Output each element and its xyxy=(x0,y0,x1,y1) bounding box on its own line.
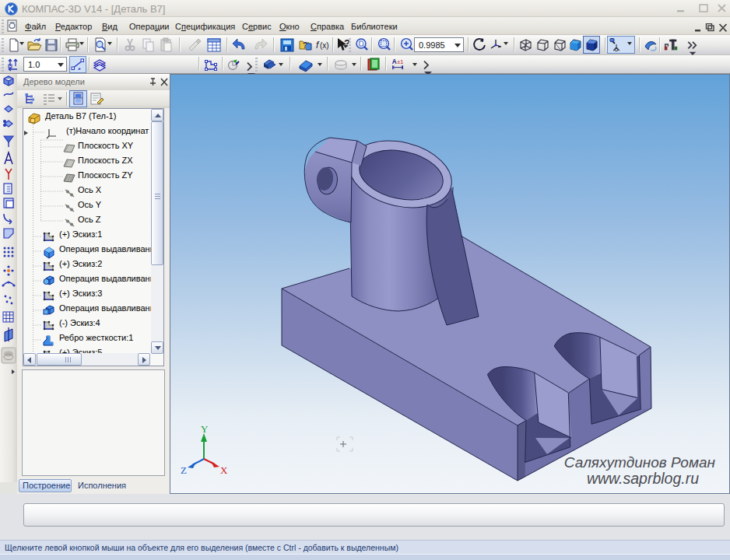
svg-text:(x): (x) xyxy=(320,41,329,50)
svg-text:www.saprblog.ru: www.saprblog.ru xyxy=(587,470,699,487)
svg-text:A: A xyxy=(392,58,397,65)
svg-text:X: X xyxy=(220,464,228,476)
svg-text:±1: ±1 xyxy=(397,58,403,65)
svg-text:Z: Z xyxy=(181,464,187,476)
svg-text:Y: Y xyxy=(201,423,209,435)
svg-text:Саляхутдинов Роман: Саляхутдинов Роман xyxy=(564,454,716,471)
